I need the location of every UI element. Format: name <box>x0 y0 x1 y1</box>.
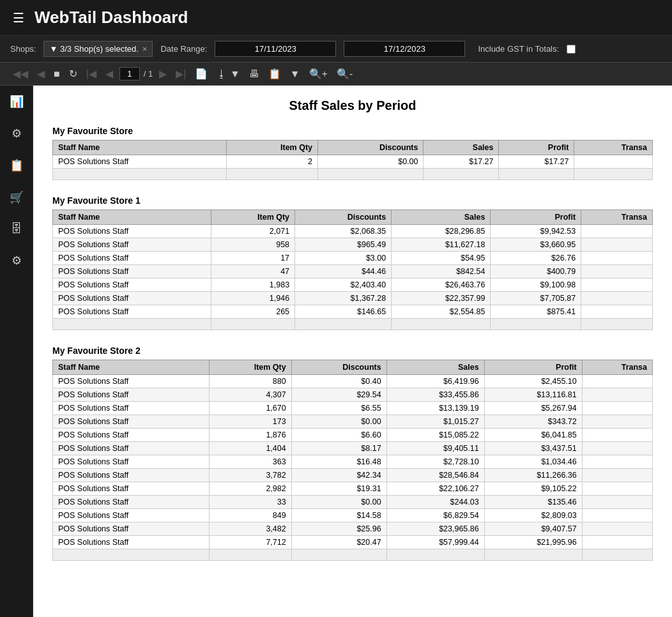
cell-sales: $57,999.44 <box>386 536 484 549</box>
cell-staff: POS Solutions Staff <box>53 536 210 549</box>
date-range-label: Date Range: <box>160 44 207 54</box>
col-header-3: Sales <box>392 210 491 225</box>
cell-profit: $875.41 <box>491 305 581 319</box>
cell-sales: $28,546.84 <box>386 469 484 482</box>
store-table-1: Staff NameItem QtyDiscountsSalesProfitTr… <box>52 209 653 330</box>
gst-checkbox[interactable] <box>567 45 576 54</box>
zoom-out-button[interactable]: 🔍- <box>334 66 355 81</box>
cell-staff: POS Solutions Staff <box>53 292 211 305</box>
table-row: POS Solutions Staff958$965.49$11,627.18$… <box>53 238 653 252</box>
shop-clear-icon[interactable]: × <box>142 44 148 54</box>
table-row: POS Solutions Staff1,983$2,403.40$26,463… <box>53 278 653 292</box>
cell-qty: 173 <box>209 415 291 429</box>
sidebar-icon-reports[interactable]: 📋 <box>6 155 27 176</box>
summary-row <box>53 319 653 330</box>
cell-trans <box>581 292 653 305</box>
cell-profit: $1,034.46 <box>484 455 582 469</box>
menu-icon[interactable]: ☰ <box>13 10 24 26</box>
cell-staff: POS Solutions Staff <box>53 469 210 482</box>
cell-staff: POS Solutions Staff <box>53 225 211 238</box>
download-button[interactable]: ⭳ ▼ <box>214 67 242 81</box>
cell-discounts: $2,403.40 <box>295 278 392 292</box>
table-row: POS Solutions Staff17$3.00$54.95$26.76 <box>53 252 653 265</box>
cell-staff: POS Solutions Staff <box>53 442 210 455</box>
cell-qty: 2 <box>226 155 317 169</box>
sidebar-icon-config[interactable]: ⚙ <box>8 250 26 271</box>
sidebar-icon-settings[interactable]: ⚙ <box>8 123 26 144</box>
date-to-input[interactable] <box>344 41 465 57</box>
page-separator: / 1 <box>144 69 153 79</box>
col-header-5: Transa <box>582 360 652 375</box>
cell-discounts: $0.00 <box>318 155 424 169</box>
page-number-input[interactable] <box>119 67 140 80</box>
cell-profit: $13,116.81 <box>484 388 582 402</box>
cell-trans <box>582 375 652 388</box>
table-row: POS Solutions Staff33$0.00$244.03$135.46 <box>53 496 653 509</box>
col-header-0: Staff Name <box>53 141 227 155</box>
table-row: POS Solutions Staff4,307$29.54$33,455.86… <box>53 388 653 402</box>
table-row: POS Solutions Staff173$0.00$1,015.27$343… <box>53 415 653 429</box>
cell-staff: POS Solutions Staff <box>53 402 210 415</box>
store-section-2: My Favourite Store 2Staff NameItem QtyDi… <box>52 346 653 561</box>
sidebar-icon-dashboard[interactable]: 📊 <box>6 91 27 112</box>
zoom-in-button[interactable]: 🔍+ <box>307 66 330 81</box>
date-from-input[interactable] <box>215 41 336 57</box>
cell-profit: $11,266.36 <box>484 469 582 482</box>
sidebar-icon-cart[interactable]: 🛒 <box>6 187 27 208</box>
sidebar-icon-database[interactable]: 🗄 <box>7 218 26 240</box>
cell-profit: $3,437.51 <box>484 442 582 455</box>
prev-button[interactable]: ◀ <box>103 66 116 81</box>
cell-qty: 1,876 <box>209 429 291 442</box>
cell-profit: $9,942.53 <box>491 225 581 238</box>
refresh-button[interactable]: ↻ <box>66 66 80 81</box>
report-area: Staff Sales by Period My Favourite Store… <box>33 86 672 589</box>
cell-trans <box>582 496 652 509</box>
store-name-2: My Favourite Store 2 <box>52 346 653 356</box>
table-row: POS Solutions Staff880$0.40$6,419.96$2,4… <box>53 375 653 388</box>
cell-sales: $22,106.27 <box>386 482 484 496</box>
cell-staff: POS Solutions Staff <box>53 265 211 278</box>
cell-staff: POS Solutions Staff <box>53 455 210 469</box>
col-header-0: Staff Name <box>53 360 210 375</box>
print-button[interactable]: 🖶 <box>247 67 262 81</box>
cell-sales: $17.27 <box>424 155 499 169</box>
document-icon-button[interactable]: 📄 <box>192 66 210 81</box>
col-header-3: Sales <box>424 141 499 155</box>
app-header: ☰ WebTail Dashboard <box>0 0 672 36</box>
col-header-1: Item Qty <box>209 360 291 375</box>
cell-sales: $11,627.18 <box>392 238 491 252</box>
cell-trans <box>581 265 653 278</box>
cell-staff: POS Solutions Staff <box>53 375 210 388</box>
table-row: POS Solutions Staff47$44.46$842.54$400.7… <box>53 265 653 278</box>
cell-sales: $1,015.27 <box>386 415 484 429</box>
col-header-4: Profit <box>499 141 574 155</box>
cell-sales: $2,728.10 <box>386 455 484 469</box>
cell-discounts: $146.65 <box>295 305 392 319</box>
shop-value: ▼ 3/3 Shop(s) selected. <box>49 44 138 54</box>
next-button[interactable]: ▶ <box>157 66 169 81</box>
table-row: POS Solutions Staff265$146.65$2,554.85$8… <box>53 305 653 319</box>
cell-profit: $9,100.98 <box>491 278 581 292</box>
cell-sales: $6,829.54 <box>386 509 484 522</box>
stop-button[interactable]: ■ <box>51 67 63 81</box>
prev-page-button[interactable]: |◀ <box>84 66 99 81</box>
cell-discounts: $1,367.28 <box>295 292 392 305</box>
cell-trans <box>582 388 652 402</box>
cell-discounts: $6.55 <box>291 402 386 415</box>
cell-sales: $244.03 <box>386 496 484 509</box>
next-end-button[interactable]: ▶| <box>173 66 188 81</box>
cell-discounts: $16.48 <box>291 455 386 469</box>
col-header-4: Profit <box>491 210 581 225</box>
back-button[interactable]: ◀ <box>34 66 47 81</box>
shop-selector[interactable]: ▼ 3/3 Shop(s) selected. × <box>43 41 153 57</box>
filter-button[interactable]: ▼ <box>287 67 303 81</box>
stores-container: My Favourite StoreStaff NameItem QtyDisc… <box>52 126 653 561</box>
cell-qty: 2,071 <box>211 225 295 238</box>
table-row: POS Solutions Staff363$16.48$2,728.10$1,… <box>53 455 653 469</box>
table-row: POS Solutions Staff1,876$6.60$15,085.22$… <box>53 429 653 442</box>
back-start-button[interactable]: ◀◀ <box>10 66 31 81</box>
cell-sales: $26,463.76 <box>392 278 491 292</box>
copy-button[interactable]: 📋 <box>266 66 284 81</box>
app-title: WebTail Dashboard <box>34 8 188 27</box>
cell-sales: $842.54 <box>392 265 491 278</box>
